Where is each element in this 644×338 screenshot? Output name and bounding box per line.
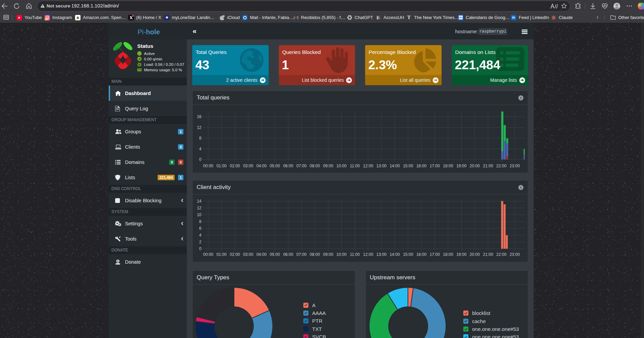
svg-text:07:00: 07:00 <box>297 164 307 168</box>
svg-text:11:00: 11:00 <box>350 252 360 257</box>
svg-text:08:00: 08:00 <box>310 164 320 168</box>
svg-text:06:00: 06:00 <box>283 252 293 257</box>
svg-text:02:00: 02:00 <box>230 164 240 168</box>
svg-text:14:00: 14:00 <box>390 252 400 257</box>
svg-text:10:00: 10:00 <box>336 164 346 168</box>
svg-text:14:00: 14:00 <box>390 164 400 168</box>
svg-text:19:00: 19:00 <box>456 164 466 168</box>
svg-text:16:00: 16:00 <box>416 164 427 168</box>
svg-text:12: 12 <box>197 125 202 130</box>
svg-text:11:00: 11:00 <box>350 164 360 168</box>
svg-text:04:00: 04:00 <box>256 164 267 168</box>
svg-text:09:00: 09:00 <box>323 164 333 168</box>
svg-text:21:00: 21:00 <box>483 252 493 257</box>
svg-text:22:00: 22:00 <box>496 164 506 168</box>
svg-text:16:00: 16:00 <box>416 252 427 257</box>
svg-text:10: 10 <box>197 212 202 217</box>
svg-text:04:00: 04:00 <box>256 252 267 257</box>
svg-text:13:00: 13:00 <box>376 252 387 257</box>
svg-text:4: 4 <box>199 233 201 238</box>
svg-text:23:00: 23:00 <box>509 164 520 168</box>
svg-text:12: 12 <box>197 206 202 210</box>
svg-text:05:00: 05:00 <box>270 164 280 168</box>
svg-text:$: $ <box>117 260 119 263</box>
svg-text:4: 4 <box>199 147 201 151</box>
svg-text:17:00: 17:00 <box>430 252 440 257</box>
svg-text:03:00: 03:00 <box>243 252 253 257</box>
svg-text:12:00: 12:00 <box>363 164 373 168</box>
svg-text:01:00: 01:00 <box>216 252 227 257</box>
svg-text:19:00: 19:00 <box>456 252 466 257</box>
svg-text:13:00: 13:00 <box>376 164 387 168</box>
svg-text:06:00: 06:00 <box>283 164 293 168</box>
svg-text:12:00: 12:00 <box>363 252 373 257</box>
svg-text:15:00: 15:00 <box>403 252 413 257</box>
svg-text:0: 0 <box>199 246 201 251</box>
svg-text:20:00: 20:00 <box>470 164 480 168</box>
svg-text:03:00: 03:00 <box>243 164 253 168</box>
svg-text:21:00: 21:00 <box>483 164 493 168</box>
svg-text:09:00: 09:00 <box>323 252 333 257</box>
svg-text:00:00: 00:00 <box>203 164 213 168</box>
svg-text:01:00: 01:00 <box>216 164 227 168</box>
svg-text:22:00: 22:00 <box>496 252 506 257</box>
svg-text:08:00: 08:00 <box>310 252 320 257</box>
svg-text:10:00: 10:00 <box>336 252 346 257</box>
svg-text:18:00: 18:00 <box>443 164 453 168</box>
svg-text:20:00: 20:00 <box>470 252 480 257</box>
svg-text:17:00: 17:00 <box>430 164 440 168</box>
svg-text:14: 14 <box>197 199 202 204</box>
svg-text:23:00: 23:00 <box>509 252 520 257</box>
svg-text:8: 8 <box>199 136 201 140</box>
svg-text:16: 16 <box>197 114 202 119</box>
svg-text:00:00: 00:00 <box>203 252 213 257</box>
svg-text:2: 2 <box>199 240 201 244</box>
svg-text:0: 0 <box>199 157 201 162</box>
svg-text:05:00: 05:00 <box>270 252 280 257</box>
svg-text:07:00: 07:00 <box>297 252 307 257</box>
svg-text:18:00: 18:00 <box>443 252 453 257</box>
svg-text:8: 8 <box>199 219 201 224</box>
svg-text:6: 6 <box>199 226 201 231</box>
svg-text:15:00: 15:00 <box>403 164 413 168</box>
svg-text:02:00: 02:00 <box>230 252 240 257</box>
